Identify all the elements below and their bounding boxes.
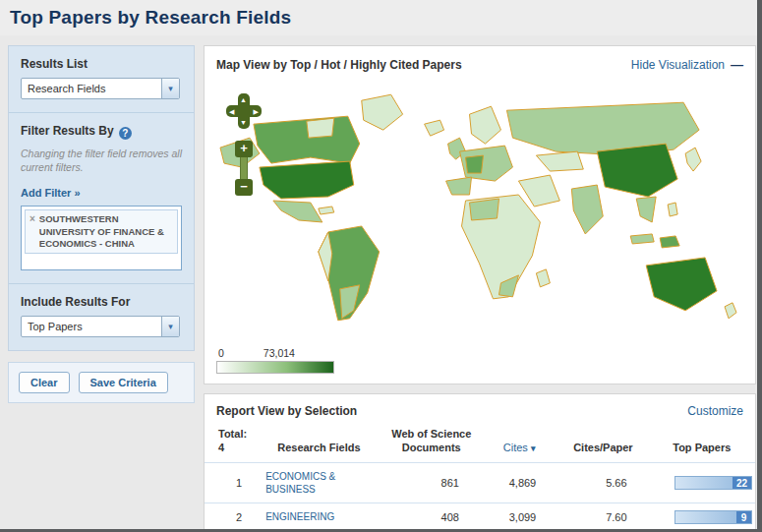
chevron-down-icon: ▾ <box>161 317 179 336</box>
include-results-value: Top Papers <box>22 317 161 336</box>
app-window: Top Papers by Research Fields Results Li… <box>0 0 762 532</box>
pan-down-icon[interactable]: ▼ <box>240 119 247 126</box>
research-field-link[interactable]: ENGINEERING <box>265 510 334 523</box>
window-edge-right <box>757 0 762 532</box>
pan-up-icon[interactable]: ▲ <box>240 96 247 103</box>
filter-chip[interactable]: × SOUTHWESTERN UNIVERSITY OF FINANCE & E… <box>25 209 178 254</box>
collapse-icon[interactable]: — <box>731 57 743 72</box>
table-header-row: Total: 4 Research Fields Web of Science … <box>205 426 755 462</box>
report-view-title: Report View by Selection <box>216 404 357 418</box>
add-filter-link[interactable]: Add Filter » <box>21 187 81 199</box>
table-row: 1 ECONOMICS & BUSINESS 861 4,869 5.66 22 <box>205 462 755 502</box>
clear-button[interactable]: Clear <box>19 372 70 393</box>
include-results-select[interactable]: Top Papers ▾ <box>21 316 180 337</box>
total-value: 4 <box>218 442 252 455</box>
map-pan-control[interactable]: ▲ ▼ ◀ ▶ <box>226 93 262 129</box>
sort-desc-icon: ▾ <box>531 443 536 453</box>
results-list-section: Results List Research Fields ▾ <box>9 46 194 112</box>
zoom-out-button[interactable]: − <box>235 179 253 196</box>
zoom-in-button[interactable]: + <box>235 141 253 157</box>
top-papers-cell: 22 <box>649 462 755 502</box>
column-top-papers: Top Papers <box>649 426 755 462</box>
save-criteria-button[interactable]: Save Criteria <box>79 372 168 393</box>
row-rank: 2 <box>205 502 256 531</box>
map-header: Map View by Top / Hot / Highly Cited Pap… <box>205 46 755 80</box>
row-rank: 1 <box>205 462 256 502</box>
content-area: Results List Research Fields ▾ Filter Re… <box>0 35 762 532</box>
total-header: Total: 4 <box>205 426 256 462</box>
cites-sort-label[interactable]: Cites <box>503 442 528 453</box>
cites-per-paper-value: 5.66 <box>557 462 648 502</box>
map-view-title: Map View by Top / Hot / Highly Cited Pap… <box>216 58 462 72</box>
filter-chip-label: SOUTHWESTERN UNIVERSITY OF FINANCE & ECO… <box>39 213 173 250</box>
top-papers-cell: 9 <box>649 502 755 531</box>
filter-note: Changing the filter field removes all cu… <box>21 147 182 174</box>
include-results-label: Include Results For <box>21 295 182 309</box>
map-panel: Map View by Top / Hot / Highly Cited Pap… <box>204 45 756 384</box>
pan-left-icon[interactable]: ◀ <box>229 108 234 115</box>
help-icon[interactable]: ? <box>119 127 132 140</box>
column-cites-sort[interactable]: Cites ▾ <box>481 426 557 462</box>
page-title: Top Papers by Research Fields <box>10 7 291 28</box>
column-cites-per-paper: Cites/Paper <box>557 426 648 462</box>
report-header: Report View by Selection Customize <box>205 394 755 426</box>
top-papers-value: 22 <box>733 477 751 489</box>
chevron-down-icon: ▾ <box>161 79 179 98</box>
report-table: Total: 4 Research Fields Web of Science … <box>205 426 755 532</box>
criteria-panel: Results List Research Fields ▾ Filter Re… <box>8 45 195 351</box>
column-research-fields: Research Fields <box>256 426 381 462</box>
close-icon[interactable]: × <box>29 213 35 225</box>
column-wos-documents: Web of Science Documents <box>382 426 481 462</box>
wos-documents-value: 861 <box>382 462 481 502</box>
zoom-slider[interactable] <box>240 157 248 179</box>
top-papers-value: 9 <box>736 511 751 523</box>
customize-link[interactable]: Customize <box>687 404 743 418</box>
applied-filters-box: × SOUTHWESTERN UNIVERSITY OF FINANCE & E… <box>21 206 182 270</box>
criteria-buttons: Clear Save Criteria <box>8 362 195 403</box>
results-list-label: Results List <box>21 57 182 71</box>
legend-min-label: 0 <box>218 347 224 359</box>
legend-gradient <box>216 361 334 374</box>
hide-visualization-link[interactable]: Hide Visualization <box>631 58 725 72</box>
cites-per-paper-value: 7.60 <box>557 502 648 531</box>
map-legend: 0 73,014 <box>205 343 755 384</box>
sidebar: Results List Research Fields ▾ Filter Re… <box>8 45 195 403</box>
top-papers-bar: 22 <box>674 476 752 490</box>
main-content: Map View by Top / Hot / Highly Cited Pap… <box>204 45 756 532</box>
results-list-select[interactable]: Research Fields ▾ <box>21 78 180 99</box>
filter-section: Filter Results By? Changing the filter f… <box>9 113 194 283</box>
cites-value: 4,869 <box>481 462 557 502</box>
map-zoom-control: + − <box>235 141 253 196</box>
results-list-value: Research Fields <box>22 79 161 98</box>
include-results-section: Include Results For Top Papers ▾ <box>9 284 194 350</box>
world-map[interactable] <box>212 80 747 343</box>
legend-max-label: 73,014 <box>264 347 295 359</box>
table-row: 2 ENGINEERING 408 3,099 7.60 9 <box>205 502 755 531</box>
total-label: Total: <box>218 428 252 442</box>
filter-results-label: Filter Results By <box>21 124 114 138</box>
pan-right-icon[interactable]: ▶ <box>254 108 259 115</box>
page-header: Top Papers by Research Fields <box>0 0 762 35</box>
top-papers-bar: 9 <box>674 510 752 524</box>
cites-value: 3,099 <box>481 502 557 531</box>
research-field-link[interactable]: ECONOMICS & BUSINESS <box>265 470 378 496</box>
world-map-region: ▲ ▼ ◀ ▶ + − <box>212 80 747 343</box>
wos-documents-value: 408 <box>382 502 481 531</box>
report-panel: Report View by Selection Customize Total… <box>204 393 756 532</box>
